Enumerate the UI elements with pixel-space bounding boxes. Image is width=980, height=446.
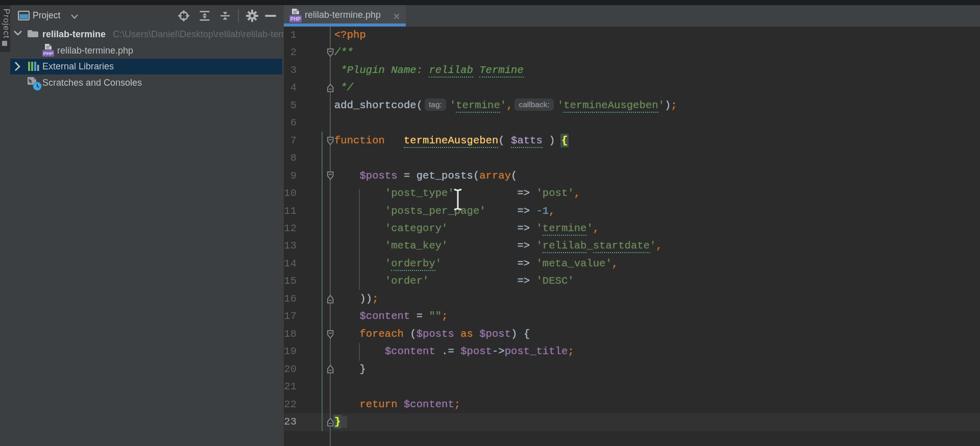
svg-text:PHP: PHP [290, 16, 301, 22]
svg-text:PHP: PHP [43, 51, 54, 56]
